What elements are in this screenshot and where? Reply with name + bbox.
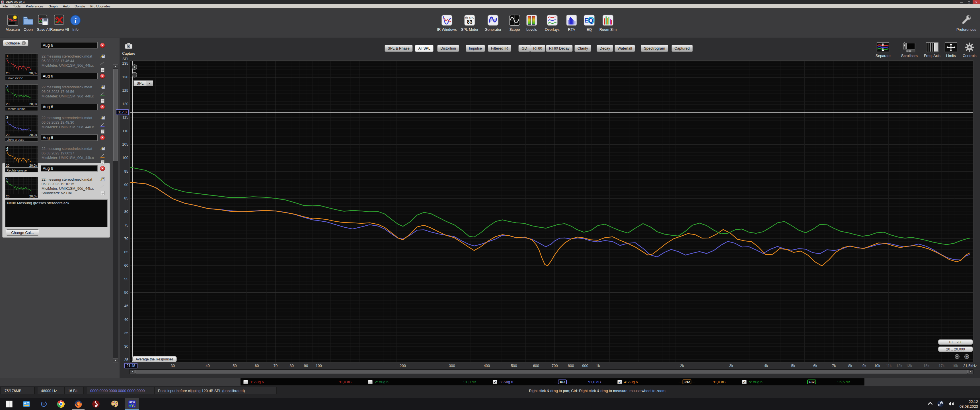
taskbar-app-system-panel[interactable] <box>22 399 31 408</box>
measurement-thumbnail[interactable]: 42020,0k <box>5 146 38 168</box>
measurement-notes-input[interactable] <box>5 199 108 227</box>
menu-item-donate[interactable]: Donate <box>72 4 88 8</box>
toolbar-button-spl-meter[interactable]: dB SPL83SPL Meter <box>460 14 480 32</box>
taskbar-app-chrome[interactable] <box>56 399 65 408</box>
tab-rt60-decay[interactable]: RT60 Decay <box>546 45 573 52</box>
minimize-button[interactable]: — <box>958 0 965 4</box>
menu-item-pro-upgrades[interactable]: Pro Upgrades <box>88 4 113 8</box>
zoom-out-y-button[interactable]: − <box>132 72 137 78</box>
toolbar-button-preferences[interactable]: Preferences <box>954 14 978 32</box>
save-small-icon[interactable] <box>100 147 105 151</box>
capture-button[interactable]: Capture <box>121 41 136 56</box>
notes-sheet-icon[interactable] <box>100 68 105 72</box>
close-button[interactable]: ✕ <box>973 0 980 4</box>
scroll-left-arrow[interactable]: ◄ <box>130 370 135 373</box>
measurement-name-input[interactable] <box>41 104 98 110</box>
trace-color-icon[interactable] <box>100 153 105 158</box>
delete-measurement-button[interactable]: ✕ <box>100 43 105 48</box>
tab-all-spl[interactable]: All SPL <box>415 45 433 52</box>
trace-color-icon[interactable] <box>100 92 105 96</box>
notes-sheet-icon[interactable] <box>100 160 105 164</box>
toolbar-button-generator[interactable]: Generator <box>483 14 503 32</box>
tab-rt60[interactable]: RT60 <box>530 45 546 52</box>
tab-decay[interactable]: Decay <box>597 45 613 52</box>
graph-button-freq-axis[interactable]: Freq. Axis <box>924 42 940 58</box>
tab-captured[interactable]: Captured <box>671 45 693 52</box>
menu-item-file[interactable]: File <box>0 4 11 8</box>
maximize-button[interactable]: ▢ <box>965 0 973 4</box>
notes-sheet-icon[interactable] <box>100 191 105 195</box>
legend-checkbox[interactable]: ✓ <box>742 380 746 384</box>
tab-distortion[interactable]: Distortion <box>437 45 459 52</box>
trace-color-icon[interactable] <box>100 184 105 188</box>
tab-impulse[interactable]: Impulse <box>466 45 485 52</box>
graph-scrollbar-thumb[interactable] <box>135 370 968 373</box>
measurement-name-input[interactable] <box>41 73 98 79</box>
toolbar-button-levels[interactable]: Levels <box>522 14 542 32</box>
taskbar-app-round-app[interactable] <box>39 399 48 408</box>
legend-checkbox[interactable] <box>243 380 248 384</box>
measurement-thumbnail[interactable]: 22020,0k <box>5 85 38 106</box>
tab-filtered-ir[interactable]: Filtered IR <box>488 45 511 52</box>
legend-checkbox[interactable]: ✓ <box>493 380 497 384</box>
delete-measurement-button[interactable]: ✕ <box>100 104 105 109</box>
measurement-name-input[interactable] <box>41 134 98 141</box>
menu-item-help[interactable]: Help <box>60 4 72 8</box>
save-small-icon[interactable] <box>100 177 105 182</box>
measurement-thumbnail[interactable]: 32020,0k <box>5 115 38 137</box>
toolbar-button-room-sim[interactable]: Room Sim <box>598 14 618 32</box>
legend-smoothing-badge[interactable]: 1/12 <box>803 380 820 384</box>
measurement-name-input[interactable] <box>41 42 98 48</box>
collapse-sidebar-button[interactable]: Collapse « <box>3 40 29 46</box>
tab-spl-phase[interactable]: SPL & Phase <box>385 45 413 52</box>
trace-color-icon[interactable] <box>100 123 105 127</box>
graph-button-controls[interactable]: Controls <box>963 42 976 58</box>
tab-clarity[interactable]: Clarity <box>574 45 591 52</box>
legend-checkbox[interactable]: ✓ <box>617 380 622 384</box>
freq-range-button-0[interactable]: 10 .. 200 <box>938 339 973 345</box>
toolbar-button-info[interactable]: iInfo <box>65 14 86 32</box>
freq-range-button-1[interactable]: 20 .. 20.000 <box>938 346 973 352</box>
taskbar-app-dragon-app[interactable] <box>91 399 100 408</box>
delete-measurement-button[interactable]: ✕ <box>100 166 105 171</box>
trace-color-icon[interactable] <box>100 61 105 65</box>
taskbar-app-rew[interactable]: REW <box>127 399 137 408</box>
change-cal-button[interactable]: Change Cal... <box>6 229 39 236</box>
average-responses-button[interactable]: Average the Responses <box>132 356 177 362</box>
delete-measurement-button[interactable]: ✕ <box>100 73 105 79</box>
steam-icon[interactable] <box>937 400 944 407</box>
toolbar-button-eq[interactable]: EQEQ <box>579 14 600 32</box>
menu-item-preferences[interactable]: Preferences <box>23 4 46 8</box>
zoom-out-x-button[interactable]: − <box>955 354 959 359</box>
graph-button-scrollbars[interactable]: Scrollbars <box>901 42 918 58</box>
graph-horizontal-scrollbar[interactable]: ◄► <box>129 369 974 374</box>
measurement-name-input[interactable] <box>41 165 98 172</box>
save-small-icon[interactable] <box>100 116 105 120</box>
tab-waterfall[interactable]: Waterfall <box>614 45 635 52</box>
taskbar-app-palette-app[interactable] <box>110 399 119 408</box>
graph-button-separate[interactable]: Separate <box>875 42 891 58</box>
graph-button-limits[interactable]: Limits <box>944 42 958 58</box>
taskbar-clock[interactable]: 22:1208.08.2023 <box>956 399 978 409</box>
zoom-in-x-button[interactable]: + <box>964 354 969 359</box>
notes-sheet-icon[interactable] <box>100 129 105 134</box>
toolbar-button-overlays[interactable]: Overlays <box>542 14 562 32</box>
zoom-in-y-button[interactable]: + <box>132 64 137 70</box>
legend-smoothing-badge[interactable]: 1/12 <box>554 380 571 384</box>
toolbar-button-ir-windows[interactable]: IR Windows <box>437 14 457 32</box>
legend-checkbox[interactable] <box>368 380 372 384</box>
save-small-icon[interactable] <box>100 85 105 89</box>
spl-unit-dropdown[interactable]: SPL▼ <box>134 80 153 86</box>
spl-plot[interactable] <box>129 61 974 362</box>
tray-expand-icon[interactable] <box>927 400 934 407</box>
y-cursor-value[interactable]: 117,0 <box>116 109 129 115</box>
delete-measurement-button[interactable]: ✕ <box>100 135 105 140</box>
menu-item-graph[interactable]: Graph <box>46 4 60 8</box>
measurement-thumbnail[interactable]: 12020,0k <box>5 54 38 75</box>
volume-icon[interactable] <box>948 400 955 407</box>
save-small-icon[interactable] <box>100 54 105 58</box>
tab-spectrogram[interactable]: Spectrogram <box>641 45 668 52</box>
taskbar-app-start[interactable] <box>5 399 14 408</box>
scroll-right-arrow[interactable]: ► <box>968 370 973 373</box>
measurement-thumbnail[interactable]: 52020,0k <box>5 177 38 198</box>
